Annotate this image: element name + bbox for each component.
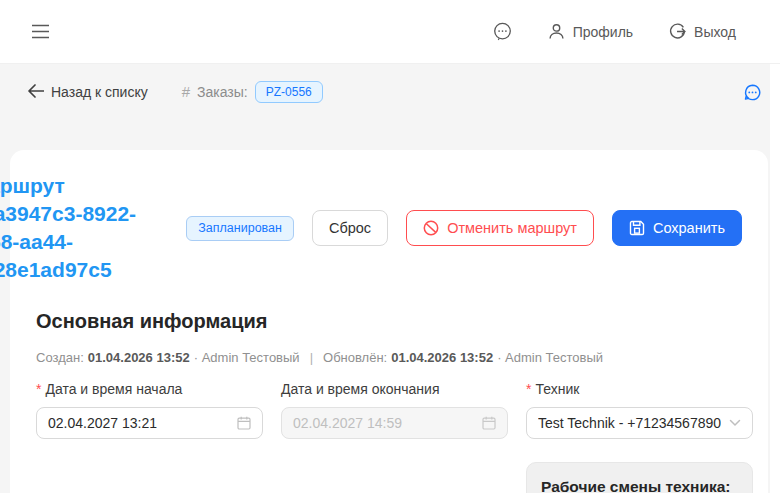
route-title: Маршрут #4a3947c3-8922-4f58-aa44-2e28e1a… [0, 172, 168, 284]
meta-separator: | [310, 350, 313, 365]
end-date-input[interactable] [293, 415, 474, 431]
end-date-field: Дата и время окончания [281, 381, 508, 439]
dot: · [194, 350, 198, 365]
reset-button[interactable]: Сброс [312, 210, 388, 246]
updated-by: Admin Тестовый [505, 350, 603, 365]
technician-label: *Техник [526, 381, 753, 399]
status-badge: Запланирован [186, 216, 294, 241]
created-by: Admin Тестовый [202, 350, 300, 365]
calendar-icon [482, 416, 496, 430]
required-mark: * [526, 381, 531, 397]
updated-at: 01.04.2026 13:52 [391, 350, 493, 365]
back-arrow-icon [27, 84, 44, 101]
back-to-list-link[interactable]: Назад к списку [27, 84, 148, 101]
start-date-field: *Дата и время начала [36, 381, 263, 439]
logout-icon [669, 23, 686, 40]
end-date-label: Дата и время окончания [281, 381, 508, 399]
updated-label: Обновлён: [323, 350, 387, 365]
page-scrollbar[interactable] [770, 64, 780, 493]
chat-ellipsis-icon[interactable] [493, 22, 512, 41]
created-label: Создан: [36, 350, 84, 365]
technician-shifts-heading: Рабочие смены техника: [541, 478, 738, 493]
section-heading: Основная информация [36, 310, 742, 333]
technician-select[interactable]: Test Technik - +71234567890 [526, 407, 753, 439]
save-label: Сохранить [653, 221, 725, 236]
chevron-down-icon [729, 419, 741, 427]
created-at: 01.04.2026 13:52 [88, 350, 190, 365]
save-icon [629, 220, 645, 236]
end-date-picker[interactable] [281, 407, 508, 439]
audit-meta: Создан: 01.04.2026 13:52 · Admin Тестовы… [36, 350, 742, 365]
orders-reference: # Заказы: PZ-0556 [182, 81, 323, 103]
technician-selected-value: Test Technik - +71234567890 [538, 415, 721, 431]
orders-label: Заказы: [197, 84, 248, 100]
required-mark: * [36, 381, 41, 397]
save-button[interactable]: Сохранить [612, 210, 742, 246]
cancel-route-label: Отменить маршрут [447, 221, 577, 236]
comments-bubble-icon[interactable] [743, 83, 762, 102]
logout-menu-item[interactable]: Выход [669, 23, 736, 40]
technician-field: *Техник Test Technik - +71234567890 [526, 381, 753, 439]
hash-icon: # [182, 83, 190, 100]
top-navbar: Профиль Выход [0, 0, 780, 64]
start-date-picker[interactable] [36, 407, 263, 439]
profile-label: Профиль [573, 25, 633, 39]
cancel-route-button[interactable]: Отменить маршрут [406, 210, 594, 246]
user-icon [548, 23, 565, 40]
technician-shifts-panel: Рабочие смены техника: [526, 462, 753, 493]
dot: · [497, 350, 501, 365]
start-date-input[interactable] [48, 415, 229, 431]
calendar-icon [237, 416, 251, 430]
back-label: Назад к списку [51, 84, 148, 100]
profile-menu-item[interactable]: Профиль [548, 23, 633, 40]
start-date-label: *Дата и время начала [36, 381, 263, 399]
stop-icon [423, 220, 439, 236]
order-number-tag[interactable]: PZ-0556 [255, 81, 323, 103]
route-header: Маршрут #4a3947c3-8922-4f58-aa44-2e28e1a… [36, 172, 742, 284]
hamburger-menu-icon[interactable] [32, 24, 49, 39]
route-form: *Дата и время начала Дата и время оконча… [36, 381, 742, 493]
route-card: Маршрут #4a3947c3-8922-4f58-aa44-2e28e1a… [10, 150, 768, 493]
breadcrumb: Назад к списку # Заказы: PZ-0556 [0, 78, 780, 106]
logout-label: Выход [694, 25, 736, 39]
